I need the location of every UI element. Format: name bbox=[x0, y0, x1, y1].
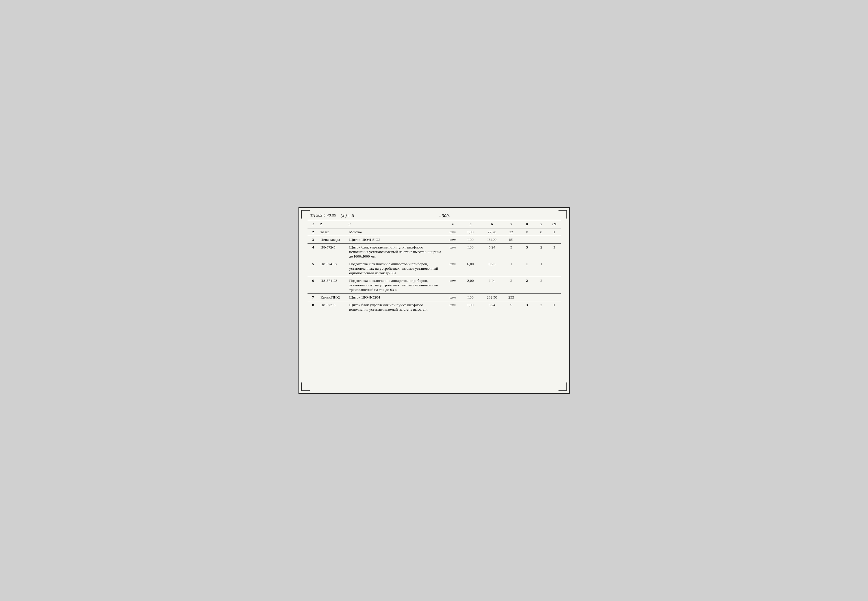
row-7-col-6: 5,24 bbox=[481, 301, 503, 314]
row-5-col-8: 2 bbox=[519, 277, 535, 294]
row-1-col-7: 22 bbox=[503, 229, 519, 236]
row-2-col-8 bbox=[519, 236, 535, 244]
row-2-col-1: 3 bbox=[308, 236, 319, 244]
row-7-col-9: 2 bbox=[535, 301, 548, 314]
row-3-col-9: 2 bbox=[535, 244, 548, 260]
row-3-col-10: I bbox=[548, 244, 561, 260]
row-7-col-10: I bbox=[548, 301, 561, 314]
row-5-col-4: шт bbox=[445, 277, 460, 294]
row-6-col-5: I,00 bbox=[460, 294, 481, 301]
row-7-col-7: 5 bbox=[503, 301, 519, 314]
row-5-col-2: Ц8-574-23 bbox=[319, 277, 347, 294]
row-6-col-8 bbox=[519, 294, 535, 301]
row-4-col-7: I bbox=[503, 260, 519, 277]
col-header-8: 8 bbox=[519, 220, 535, 229]
row-4-col-2: Ц8-574-I8 bbox=[319, 260, 347, 277]
row-6-col-9 bbox=[535, 294, 548, 301]
col-header-2: 2 bbox=[319, 220, 347, 229]
row-7-col-1: 8 bbox=[308, 301, 319, 314]
col-header-6: 6 bbox=[481, 220, 503, 229]
row-5-col-6: I,I4 bbox=[481, 277, 503, 294]
row-7-col-3: Щиток блок управления или пункт шкафного… bbox=[347, 301, 445, 314]
row-4-col-1: 5 bbox=[308, 260, 319, 277]
row-3-col-2: Ц8-572-5 bbox=[319, 244, 347, 260]
table-row: 7Кальк.ПИ-2Щиток ЩО4I-5204штI,00232,5023… bbox=[308, 294, 561, 301]
row-1-col-8: у bbox=[519, 229, 535, 236]
row-4-col-10 bbox=[548, 260, 561, 277]
row-3-col-4: шт bbox=[445, 244, 460, 260]
col-header-4: 4 bbox=[445, 220, 460, 229]
row-5-col-1: 6 bbox=[308, 277, 319, 294]
row-1-col-5: I,00 bbox=[460, 229, 481, 236]
row-5-col-9: 2 bbox=[535, 277, 548, 294]
col-header-3: 3 bbox=[347, 220, 445, 229]
col-header-10: IO bbox=[548, 220, 561, 229]
doc-id-text: ТП 503-4-40.86 bbox=[310, 214, 336, 218]
row-4-col-9: I bbox=[535, 260, 548, 277]
corner-tr bbox=[559, 210, 567, 218]
main-table: I 2 3 4 5 6 7 8 9 IO 2то жеМонтажштI,002… bbox=[308, 220, 561, 313]
table-row: 5Ц8-574-I8Подготовка к включению аппарат… bbox=[308, 260, 561, 277]
row-3-col-1: 4 bbox=[308, 244, 319, 260]
row-2-col-6: I6I,00 bbox=[481, 236, 503, 244]
table-row: 3Цена заводаЩиток ЩО4I-5IO2штI,00I6I,00I… bbox=[308, 236, 561, 244]
row-3-col-7: 5 bbox=[503, 244, 519, 260]
row-6-col-10 bbox=[548, 294, 561, 301]
row-4-col-8: I bbox=[519, 260, 535, 277]
table-row: 8Ц8-572-5Щиток блок управления или пункт… bbox=[308, 301, 561, 314]
row-6-col-1: 7 bbox=[308, 294, 319, 301]
row-1-col-2: то же bbox=[319, 229, 347, 236]
row-3-col-3: Щиток блок управления или пункт шкафного… bbox=[347, 244, 445, 260]
row-2-col-7: I5I bbox=[503, 236, 519, 244]
row-5-col-10 bbox=[548, 277, 561, 294]
row-3-col-6: 5,24 bbox=[481, 244, 503, 260]
row-7-col-5: I,00 bbox=[460, 301, 481, 314]
row-2-col-10 bbox=[548, 236, 561, 244]
row-6-col-6: 232,50 bbox=[481, 294, 503, 301]
row-3-col-5: I,00 bbox=[460, 244, 481, 260]
row-2-col-3: Щиток ЩО4I-5IO2 bbox=[347, 236, 445, 244]
row-6-col-3: Щиток ЩО4I-5204 bbox=[347, 294, 445, 301]
row-1-col-9: 8 bbox=[535, 229, 548, 236]
doc-part: (X ) ч. II bbox=[341, 214, 354, 218]
row-5-col-5: 2,00 bbox=[460, 277, 481, 294]
row-5-col-3: Подготовка к включению аппаратов и прибо… bbox=[347, 277, 445, 294]
page-number: - 300- bbox=[354, 214, 535, 218]
row-4-col-6: 0,23 bbox=[481, 260, 503, 277]
row-1-col-1: 2 bbox=[308, 229, 319, 236]
corner-tl bbox=[301, 210, 310, 218]
document-page: ТП 503-4-40.86 (X ) ч. II - 300- I 2 3 4… bbox=[298, 207, 570, 394]
row-4-col-5: 6,00 bbox=[460, 260, 481, 277]
row-3-col-8: 3 bbox=[519, 244, 535, 260]
row-1-col-10: I bbox=[548, 229, 561, 236]
col-header-5: 5 bbox=[460, 220, 481, 229]
row-4-col-3: Подготовка к включению аппаратов и прибо… bbox=[347, 260, 445, 277]
row-1-col-6: 22,20 bbox=[481, 229, 503, 236]
row-6-col-7: 233 bbox=[503, 294, 519, 301]
corner-bl bbox=[301, 383, 310, 391]
doc-id: ТП 503-4-40.86 (X ) ч. II bbox=[310, 214, 355, 218]
row-2-col-4: шт bbox=[445, 236, 460, 244]
row-5-col-7: 2 bbox=[503, 277, 519, 294]
page-header: ТП 503-4-40.86 (X ) ч. II - 300- bbox=[308, 214, 561, 218]
row-6-col-4: шт bbox=[445, 294, 460, 301]
column-header-row: I 2 3 4 5 6 7 8 9 IO bbox=[308, 220, 561, 229]
row-4-col-4: шт bbox=[445, 260, 460, 277]
col-header-9: 9 bbox=[535, 220, 548, 229]
row-2-col-5: I,00 bbox=[460, 236, 481, 244]
row-7-col-8: 3 bbox=[519, 301, 535, 314]
table-row: 6Ц8-574-23Подготовка к включению аппарат… bbox=[308, 277, 561, 294]
row-7-col-2: Ц8-572-5 bbox=[319, 301, 347, 314]
table-row: 2то жеМонтажштI,0022,2022у8I bbox=[308, 229, 561, 236]
row-7-col-4: шт bbox=[445, 301, 460, 314]
row-1-col-4: шт bbox=[445, 229, 460, 236]
col-header-7: 7 bbox=[503, 220, 519, 229]
row-2-col-2: Цена завода bbox=[319, 236, 347, 244]
row-1-col-3: Монтаж bbox=[347, 229, 445, 236]
row-2-col-9 bbox=[535, 236, 548, 244]
row-6-col-2: Кальк.ПИ-2 bbox=[319, 294, 347, 301]
table-row: 4Ц8-572-5Щиток блок управления или пункт… bbox=[308, 244, 561, 260]
col-header-1: I bbox=[308, 220, 319, 229]
corner-br bbox=[559, 383, 567, 391]
